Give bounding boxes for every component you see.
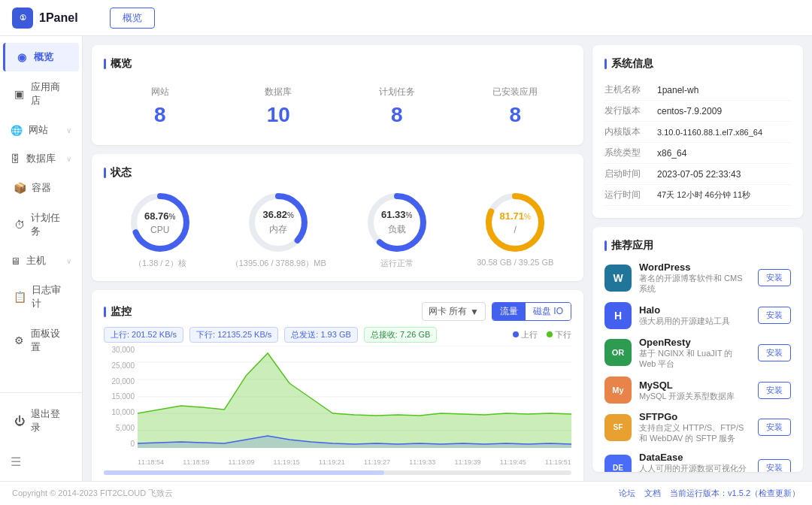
dataease-desc: 人人可用的开源数据可视化分析工具 <box>639 463 750 472</box>
recommended-card-title: 推荐应用 <box>604 239 791 252</box>
monitor-stat-sent: 总发送: 1.93 GB <box>284 327 357 343</box>
sidebar-footer: ⏻ 退出登录 <box>0 392 82 449</box>
legend-up: 上行 <box>513 329 538 340</box>
footer-link-forum[interactable]: 论坛 <box>619 488 635 499</box>
dataease-install-button[interactable]: 安装 <box>758 459 791 472</box>
sysinfo-card-title: 系统信息 <box>604 57 791 71</box>
crontask-icon: ⏱ <box>14 219 25 231</box>
content-main: 概览 网站 8 数据库 10 计划任务 8 已安装应用 <box>92 45 583 472</box>
wordpress-install-button[interactable]: 安装 <box>758 269 791 286</box>
logout-icon: ⏻ <box>14 415 25 427</box>
stat-crontask: 计划任务 8 <box>341 80 453 133</box>
sidebar-collapse-button[interactable]: ☰ <box>0 449 82 475</box>
sysinfo-value-uptime: 47天 12小时 46分钟 11秒 <box>657 185 791 206</box>
footer-link-docs[interactable]: 文档 <box>644 488 661 499</box>
gauge-cpu-name: CPU <box>144 225 175 235</box>
btn-flow[interactable]: 流量 <box>492 303 526 320</box>
gauge-disk-percent: 81.71% <box>500 210 531 222</box>
sftpgo-info: SFTPGo 支持自定义 HTTP/S、FTP/S 和 WebDAV 的 SFT… <box>639 411 750 444</box>
monitor-stats: 上行: 201.52 KB/s 下行: 12135.25 KB/s 总发送: 1… <box>104 327 437 343</box>
openresty-install-button[interactable]: 安装 <box>758 344 791 361</box>
chart-scrollbar[interactable] <box>104 470 571 475</box>
openresty-name: OpenResty <box>639 337 750 348</box>
footer-link-version[interactable]: 当前运行版本：v1.5.2（检查更新） <box>670 488 800 499</box>
sidebar-item-settings[interactable]: ⚙ 面板设置 <box>3 319 79 361</box>
mysql-install-button[interactable]: 安装 <box>758 382 791 399</box>
stat-website-value: 8 <box>110 103 211 127</box>
app-item-sftpgo: SF SFTPGo 支持自定义 HTTP/S、FTP/S 和 WebDAV 的 … <box>604 411 791 444</box>
audit-icon: 📋 <box>14 291 26 303</box>
app-item-halo: H Halo 强大易用的开源建站工具 安装 <box>604 302 791 329</box>
app-item-wordpress: W WordPress 著名的开源博客软件和 CMS 系统 安装 <box>604 262 791 295</box>
sysinfo-label-distro: 发行版本 <box>604 101 657 122</box>
chart-canvas <box>138 346 571 448</box>
app-item-mysql: My MySQL MySQL 开源关系型数据库 安装 <box>604 376 791 404</box>
chart-yaxis: 30,000 25,000 20,000 15,000 10,000 5,000… <box>104 346 138 448</box>
gauge-disk: 81.71% / 30.58 GB / 39.25 GB <box>459 189 572 269</box>
monitor-stat-recv: 总接收: 7.26 GB <box>364 327 437 343</box>
sysinfo-value-arch: x86_64 <box>657 143 791 164</box>
gauge-cpu-center: 68.76% CPU <box>144 210 175 235</box>
sidebar-item-overview[interactable]: ◉ 概览 <box>3 43 79 71</box>
wordpress-icon: W <box>604 265 632 292</box>
sidebar-label-audit: 日志审计 <box>32 283 68 310</box>
stat-crontask-label: 计划任务 <box>347 86 447 98</box>
logo-text: 1Panel <box>39 11 78 25</box>
tab-overview[interactable]: 概览 <box>110 8 155 29</box>
gauge-load: 61.33% 负载 运行正常 <box>341 189 453 269</box>
chart-area: 30,000 25,000 20,000 15,000 10,000 5,000… <box>104 346 571 466</box>
monitor-header: 监控 网卡 所有 ▼ 流量 磁盘 IO <box>104 302 571 321</box>
sidebar-item-host[interactable]: 🖥 主机 ∨ <box>0 246 82 275</box>
monitor-card-title: 监控 <box>104 305 132 319</box>
logo-icon: ① <box>12 8 33 29</box>
sidebar-item-website[interactable]: 🌐 网站 ∨ <box>0 116 82 144</box>
mysql-desc: MySQL 开源关系型数据库 <box>639 391 750 401</box>
sysinfo-label-kernel: 内核版本 <box>604 122 657 143</box>
sidebar-label-website: 网站 <box>29 123 48 137</box>
halo-info: Halo 强大易用的开源建站工具 <box>639 304 750 326</box>
stats-grid: 网站 8 数据库 10 计划任务 8 已安装应用 8 <box>104 80 571 133</box>
halo-desc: 强大易用的开源建站工具 <box>639 316 750 326</box>
gauge-cpu-container: 68.76% CPU <box>126 189 194 256</box>
sysinfo-label-arch: 系统类型 <box>604 143 657 164</box>
sysinfo-row-distro: 发行版本 centos-7.9.2009 <box>604 101 791 122</box>
chart-scrollbar-thumb[interactable] <box>104 470 384 475</box>
wordpress-desc: 著名的开源博客软件和 CMS 系统 <box>639 273 750 295</box>
openresty-icon: OR <box>604 339 632 366</box>
sysinfo-row-uptime: 运行时间 47天 12小时 46分钟 11秒 <box>604 185 791 206</box>
sysinfo-row-boottime: 启动时间 2023-07-05 22:33:43 <box>604 164 791 185</box>
sidebar-item-audit[interactable]: 📋 日志审计 <box>3 276 79 318</box>
sidebar-item-logout[interactable]: ⏻ 退出登录 <box>3 400 79 442</box>
btn-disk-io[interactable]: 磁盘 IO <box>526 303 571 320</box>
sysinfo-label-boottime: 启动时间 <box>604 164 657 185</box>
sidebar-label-settings: 面板设置 <box>31 327 68 354</box>
content-area: 概览 网站 8 数据库 10 计划任务 8 已安装应用 <box>83 36 812 481</box>
sidebar-item-container[interactable]: 📦 容器 <box>3 174 79 202</box>
nic-select[interactable]: 网卡 所有 ▼ <box>422 302 486 321</box>
stat-website: 网站 8 <box>104 80 217 133</box>
stat-database-value: 10 <box>229 103 329 127</box>
sftpgo-icon: SF <box>604 414 632 441</box>
dataease-name: DataEase <box>639 452 750 463</box>
sidebar-item-database[interactable]: 🗄 数据库 ∨ <box>0 144 82 173</box>
app-item-dataease: DE DataEase 人人可用的开源数据可视化分析工具 安装 <box>604 452 791 472</box>
stat-apps-label: 已安装应用 <box>465 86 566 98</box>
sidebar-item-appstore[interactable]: ▣ 应用商店 <box>3 73 79 115</box>
gauges-grid: 68.76% CPU （1.38 / 2）核 <box>104 189 571 269</box>
stat-database-label: 数据库 <box>229 86 329 98</box>
sidebar-label-host: 主机 <box>26 254 46 268</box>
sftpgo-install-button[interactable]: 安装 <box>758 419 791 436</box>
gauge-memory-detail: （1395.06 / 3788.98）MB <box>231 258 326 269</box>
gauge-memory-container: 36.82% 内存 <box>244 189 312 256</box>
sysinfo-label-hostname: 主机名称 <box>604 80 657 101</box>
openresty-desc: 基于 NGINX 和 LuaJIT 的 Web 平台 <box>639 348 750 370</box>
sysinfo-value-boottime: 2023-07-05 22:33:43 <box>657 164 791 185</box>
footer: Copyright © 2014-2023 FIT2CLOUD 飞致云 论坛 文… <box>0 481 812 505</box>
sidebar-label-overview: 概览 <box>34 50 53 64</box>
host-arrow-icon: ∨ <box>66 257 71 265</box>
gauge-load-container: 61.33% 负载 <box>363 189 431 256</box>
sidebar-item-crontask[interactable]: ⏱ 计划任务 <box>3 204 79 246</box>
gauge-memory-center: 36.82% 内存 <box>263 209 294 236</box>
monitor-stat-up: 上行: 201.52 KB/s <box>104 327 183 343</box>
halo-install-button[interactable]: 安装 <box>758 307 791 324</box>
